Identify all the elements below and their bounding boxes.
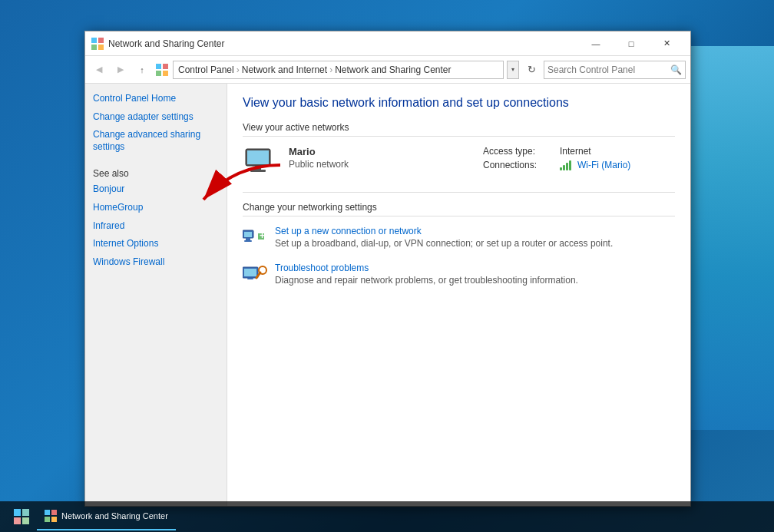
setup-connection-text: Set up a new connection or network Set u… — [275, 226, 675, 249]
window-title: Network and Sharing Center — [108, 38, 578, 49]
svg-rect-20 — [247, 278, 253, 279]
setup-connection-link[interactable]: Set up a new connection or network — [275, 226, 675, 236]
connections-row: Connections: Wi-Fi (Mario) — [483, 160, 675, 170]
back-button[interactable]: ◀ — [90, 61, 108, 79]
troubleshoot-item: Troubleshoot problems Diagnose and repai… — [243, 263, 675, 287]
svg-rect-25 — [22, 509, 29, 516]
svg-rect-0 — [91, 38, 97, 43]
network-icon-area — [243, 146, 273, 177]
network-info: Mario Public network — [289, 146, 468, 170]
window-icon — [91, 38, 104, 50]
network-name: Mario — [289, 146, 468, 157]
taskbar-label: Network and Sharing Center — [61, 511, 168, 520]
setup-connection-desc: Set up a broadband, dial-up, or VPN conn… — [275, 238, 613, 249]
close-button[interactable]: ✕ — [649, 31, 684, 56]
access-type-row: Access type: Internet — [483, 146, 675, 157]
up-button[interactable]: ↑ — [133, 61, 151, 79]
svg-rect-31 — [51, 517, 57, 522]
sidebar-change-advanced-sharing[interactable]: Change advanced sharing settings — [93, 129, 219, 153]
connections-label: Connections: — [483, 160, 560, 170]
window-controls: — □ ✕ — [578, 31, 684, 56]
access-type-value: Internet — [560, 146, 591, 157]
main-area: Control Panel Home Change adapter settin… — [85, 84, 690, 506]
setup-connection-icon: + — [243, 226, 267, 250]
sidebar-change-adapter[interactable]: Change adapter settings — [93, 111, 219, 124]
setup-connection-item: + Set up a new connection or network Set… — [243, 226, 675, 250]
troubleshoot-text: Troubleshoot problems Diagnose and repai… — [275, 263, 675, 286]
breadcrumb: Control Panel › Network and Internet › N… — [173, 61, 504, 79]
svg-rect-28 — [45, 510, 50, 515]
svg-rect-26 — [14, 517, 21, 524]
svg-rect-15 — [244, 240, 252, 242]
svg-rect-5 — [163, 64, 168, 69]
breadcrumb-control-panel[interactable]: Control Panel — [178, 64, 234, 75]
svg-rect-29 — [51, 510, 57, 515]
network-details: Access type: Internet Connections: — [483, 146, 675, 173]
sidebar-infrared[interactable]: Infrared — [93, 220, 219, 233]
breadcrumb-dropdown[interactable]: ▾ — [507, 61, 519, 79]
start-button[interactable] — [6, 503, 37, 530]
title-bar: Network and Sharing Center — □ ✕ — [85, 31, 690, 56]
wifi-connection-link[interactable]: Wi-Fi (Mario) — [577, 160, 630, 170]
see-also-section: See also Bonjour HomeGroup Infrared Inte… — [93, 168, 219, 268]
breadcrumb-network-internet[interactable]: Network and Internet — [242, 64, 327, 75]
change-networking-header: Change your networking settings — [243, 202, 675, 216]
network-type: Public network — [289, 159, 468, 170]
sidebar-homegroup[interactable]: HomeGroup — [93, 202, 219, 214]
section-divider — [243, 192, 675, 193]
svg-rect-14 — [246, 238, 250, 240]
search-input[interactable] — [547, 64, 670, 75]
troubleshoot-icon — [243, 263, 267, 287]
network-sharing-window: Network and Sharing Center — □ ✕ ◀ ▶ ↑ C… — [84, 31, 691, 507]
svg-rect-27 — [22, 517, 29, 524]
network-item: Mario Public network Access type: Intern… — [243, 146, 675, 177]
svg-rect-2 — [91, 45, 97, 50]
maximize-button[interactable]: □ — [614, 31, 649, 56]
taskbar-network-item[interactable]: Network and Sharing Center — [37, 503, 176, 530]
wifi-bars-icon — [560, 160, 571, 170]
svg-rect-13 — [244, 232, 252, 237]
sidebar-bonjour[interactable]: Bonjour — [93, 183, 219, 196]
content-area: View your basic network information and … — [227, 84, 690, 506]
svg-rect-11 — [250, 170, 266, 172]
svg-rect-3 — [98, 45, 104, 50]
svg-rect-4 — [156, 64, 161, 69]
access-type-label: Access type: — [483, 146, 560, 157]
svg-rect-24 — [14, 509, 21, 516]
troubleshoot-link[interactable]: Troubleshoot problems — [275, 263, 675, 273]
see-also-title: See also — [93, 168, 219, 179]
address-bar: ◀ ▶ ↑ Control Panel › Network and Intern… — [85, 56, 690, 84]
forward-button[interactable]: ▶ — [111, 61, 130, 79]
troubleshoot-desc: Diagnose and repair network problems, or… — [275, 275, 578, 286]
page-title: View your basic network information and … — [243, 96, 675, 110]
desktop-panel — [682, 46, 774, 430]
active-networks-header: View your active networks — [243, 122, 675, 137]
sidebar-windows-firewall[interactable]: Windows Firewall — [93, 256, 219, 269]
search-box: 🔍 — [544, 61, 686, 79]
network-computer-icon — [243, 146, 273, 177]
svg-text:+: + — [260, 230, 265, 241]
sidebar-internet-options[interactable]: Internet Options — [93, 238, 219, 250]
sidebar-control-panel-home[interactable]: Control Panel Home — [93, 93, 219, 105]
svg-rect-9 — [247, 150, 269, 164]
svg-rect-1 — [98, 38, 104, 43]
svg-rect-7 — [163, 71, 168, 76]
minimize-button[interactable]: — — [578, 31, 614, 56]
connections-value: Wi-Fi (Mario) — [560, 160, 630, 170]
taskbar: Network and Sharing Center — [0, 501, 774, 532]
sidebar: Control Panel Home Change adapter settin… — [85, 84, 227, 506]
svg-rect-30 — [45, 517, 50, 522]
refresh-button[interactable]: ↻ — [522, 61, 541, 79]
breadcrumb-current: Network and Sharing Center — [335, 64, 451, 75]
search-icon: 🔍 — [670, 64, 682, 75]
svg-rect-10 — [255, 166, 261, 170]
svg-rect-19 — [244, 269, 256, 276]
breadcrumb-icon — [154, 62, 170, 78]
svg-rect-6 — [156, 71, 161, 76]
